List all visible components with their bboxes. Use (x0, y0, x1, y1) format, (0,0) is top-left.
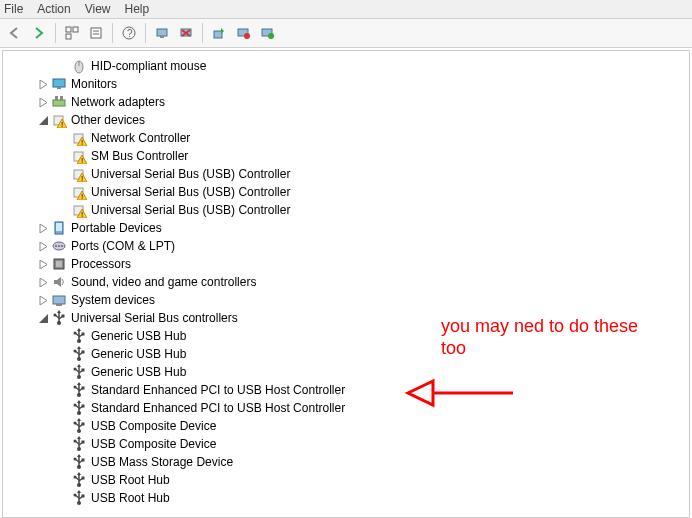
usb-icon (71, 382, 87, 398)
menu-file[interactable]: File (4, 2, 23, 16)
device-tree[interactable]: you may ned to do these too HID-complian… (2, 50, 690, 518)
tree-node[interactable]: !Universal Serial Bus (USB) Controller (11, 201, 685, 219)
tree-node[interactable]: Portable Devices (11, 219, 685, 237)
usb-icon (71, 400, 87, 416)
back-button[interactable] (4, 22, 26, 44)
uninstall-button[interactable] (175, 22, 197, 44)
tree-node-label: Universal Serial Bus (USB) Controller (91, 167, 290, 181)
tree-node-label: Universal Serial Bus (USB) Controller (91, 185, 290, 199)
system-icon (51, 292, 67, 308)
expand-icon[interactable] (37, 240, 49, 252)
svg-rect-103 (82, 405, 85, 408)
svg-marker-46 (40, 224, 47, 233)
mouse-icon (71, 58, 87, 74)
tree-node[interactable]: Processors (11, 255, 685, 273)
svg-marker-20 (40, 80, 47, 89)
properties-button[interactable] (85, 22, 107, 44)
disable-button[interactable] (232, 22, 254, 44)
svg-marker-49 (40, 242, 47, 251)
tree-node-label: Standard Enhanced PCI to USB Host Contro… (91, 401, 345, 415)
tree-node[interactable]: Generic USB Hub (11, 345, 685, 363)
forward-button[interactable] (28, 22, 50, 44)
tree-node[interactable]: !Universal Serial Bus (USB) Controller (11, 165, 685, 183)
tree-node[interactable]: USB Mass Storage Device (11, 453, 685, 471)
tree-node[interactable]: !Universal Serial Bus (USB) Controller (11, 183, 685, 201)
svg-marker-125 (77, 454, 81, 457)
tree-node[interactable]: Standard Enhanced PCI to USB Host Contro… (11, 381, 685, 399)
expand-icon[interactable] (37, 276, 49, 288)
menu-bar: File Action View Help (0, 0, 692, 19)
tree-node[interactable]: !Other devices (11, 111, 685, 129)
expand-icon[interactable] (37, 222, 49, 234)
portable-icon (51, 220, 67, 236)
tree-node[interactable]: System devices (11, 291, 685, 309)
tree-node[interactable]: Monitors (11, 75, 685, 93)
svg-rect-110 (82, 423, 85, 426)
svg-marker-27 (39, 116, 48, 125)
tree-node-label: Universal Serial Bus (USB) Controller (91, 203, 290, 217)
svg-marker-62 (39, 314, 48, 323)
svg-rect-9 (160, 36, 164, 38)
svg-point-74 (74, 332, 77, 335)
svg-rect-117 (82, 441, 85, 444)
tree-node-label: Ports (COM & LPT) (71, 239, 175, 253)
other-warn-icon: ! (71, 166, 87, 182)
tree-node-label: Processors (71, 257, 131, 271)
tree-node[interactable]: Standard Enhanced PCI to USB Host Contro… (11, 399, 685, 417)
tree-node[interactable]: Sound, video and game controllers (11, 273, 685, 291)
toolbar: ? (0, 19, 692, 48)
usb-icon (71, 472, 87, 488)
enable-button[interactable] (256, 22, 278, 44)
other-warn-icon: ! (71, 148, 87, 164)
tree-node[interactable]: Generic USB Hub (11, 363, 685, 381)
collapse-icon[interactable] (37, 312, 49, 324)
tree-node[interactable]: !Network Controller (11, 129, 685, 147)
network-icon (51, 94, 67, 110)
svg-rect-13 (214, 31, 222, 38)
show-tree-button[interactable] (61, 22, 83, 44)
tree-node-label: Generic USB Hub (91, 365, 186, 379)
cpu-icon (51, 256, 67, 272)
svg-rect-22 (57, 87, 61, 89)
other-warn-icon: ! (71, 130, 87, 146)
tree-node[interactable]: USB Root Hub (11, 471, 685, 489)
tree-node[interactable]: USB Composite Device (11, 435, 685, 453)
tree-node[interactable]: Generic USB Hub (11, 327, 685, 345)
svg-point-116 (74, 440, 77, 443)
tree-node[interactable]: USB Composite Device (11, 417, 685, 435)
usb-icon (71, 436, 87, 452)
menu-view[interactable]: View (85, 2, 111, 16)
tree-node-label: Network Controller (91, 131, 190, 145)
tree-node[interactable]: Universal Serial Bus controllers (11, 309, 685, 327)
usb-icon (71, 418, 87, 434)
expand-icon[interactable] (37, 294, 49, 306)
svg-point-52 (58, 245, 60, 247)
update-driver-button[interactable] (208, 22, 230, 44)
other-warn-icon: ! (71, 184, 87, 200)
expand-icon[interactable] (37, 258, 49, 270)
expand-icon[interactable] (37, 78, 49, 90)
tree-node[interactable]: HID-compliant mouse (11, 57, 685, 75)
scan-button[interactable] (151, 22, 173, 44)
usb-icon (71, 346, 87, 362)
tree-node[interactable]: USB Root Hub (11, 489, 685, 507)
tree-node-label: Universal Serial Bus controllers (71, 311, 238, 325)
menu-action[interactable]: Action (37, 2, 70, 16)
svg-rect-8 (157, 29, 167, 36)
menu-help[interactable]: Help (125, 2, 150, 16)
help-button[interactable]: ? (118, 22, 140, 44)
expand-icon[interactable] (37, 96, 49, 108)
svg-rect-96 (82, 387, 85, 390)
tree-node[interactable]: Ports (COM & LPT) (11, 237, 685, 255)
toolbar-separator (145, 23, 146, 43)
svg-rect-24 (53, 100, 65, 106)
svg-point-17 (268, 33, 274, 39)
tree-node[interactable]: Network adapters (11, 93, 685, 111)
tree-node-label: Generic USB Hub (91, 329, 186, 343)
tree-node-label: System devices (71, 293, 155, 307)
tree-node[interactable]: !SM Bus Controller (11, 147, 685, 165)
collapse-icon[interactable] (37, 114, 49, 126)
svg-point-109 (74, 422, 77, 425)
svg-rect-26 (60, 96, 63, 100)
toolbar-separator (112, 23, 113, 43)
